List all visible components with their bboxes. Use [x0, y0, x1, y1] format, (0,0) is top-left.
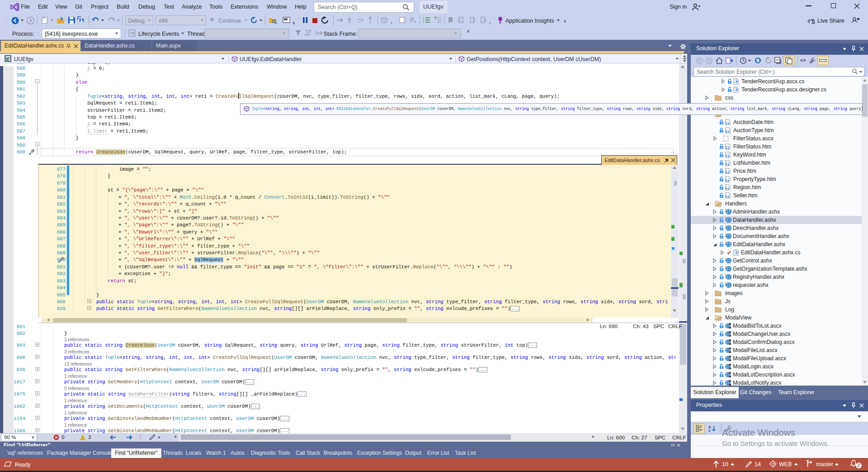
svg-text:Z: Z [708, 429, 711, 432]
